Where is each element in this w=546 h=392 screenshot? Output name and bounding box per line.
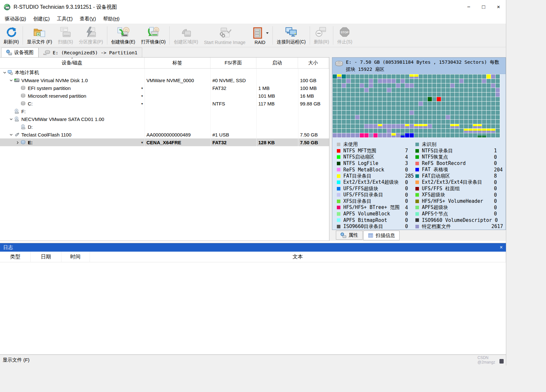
legend-label: UFS/FFS 柱面组 [422, 186, 460, 192]
legend-label: APFS VolumeBlock [343, 211, 390, 217]
menu-c[interactable]: 创建(C) [30, 15, 53, 23]
map-block [387, 129, 391, 133]
row-dropdown-icon[interactable]: ▾ [141, 102, 143, 105]
chevron-down-icon[interactable] [2, 71, 7, 74]
view-tab-2[interactable]: Rec.E: (Recognized5) -> Partition1 [38, 48, 142, 57]
log-column-3[interactable]: 时间 [61, 252, 90, 262]
device-row[interactable]: VMware Virtual NVMe Disk 1.0VMWare NVME_… [0, 76, 329, 84]
scan-icon [59, 27, 72, 38]
map-block [473, 74, 477, 79]
map-block [396, 97, 400, 101]
map-block [333, 106, 337, 110]
map-block [333, 124, 337, 128]
row-dropdown-icon[interactable]: ▾ [141, 141, 143, 144]
column-header-5[interactable]: 大小 [298, 58, 328, 68]
map-block [450, 93, 455, 97]
partition-search-button: 分区搜索(P) [76, 25, 106, 46]
map-block [337, 74, 341, 79]
device-row[interactable]: Teclast CoolFlash 1100AA00000000000489#1… [0, 131, 329, 138]
map-block [387, 102, 391, 106]
map-block [391, 129, 396, 133]
map-block [473, 106, 477, 110]
column-header-4[interactable]: 启动 [256, 58, 298, 68]
harddisk-icon [14, 78, 21, 83]
device-row[interactable]: Microsoft reserved partition▾101 MB16 MB [0, 92, 329, 100]
device-row[interactable]: E:▾CENA_X64FREFAT32128 KB7.50 GB [0, 138, 329, 146]
device-row[interactable]: D: [0, 123, 329, 131]
row-dropdown-icon[interactable]: ▾ [141, 86, 143, 90]
map-block [414, 88, 418, 92]
map-block [437, 106, 441, 110]
map-block [382, 83, 387, 88]
menu-t[interactable]: 工具(T) [53, 15, 76, 23]
legend-row: FAT目录条目285 [337, 173, 415, 180]
map-block [351, 124, 355, 128]
chevron-right-icon[interactable] [15, 141, 20, 144]
maximize-button[interactable]: □ [476, 0, 491, 14]
row-dropdown-icon[interactable]: ▾ [141, 94, 143, 98]
volume-icon [20, 140, 27, 145]
map-block [333, 102, 337, 106]
raid-button[interactable]: RAID [248, 25, 272, 46]
map-block [369, 115, 373, 119]
svg-text:Rec.: Rec. [43, 53, 47, 55]
menu-h[interactable]: 帮助(H) [100, 15, 123, 23]
block-map[interactable] [332, 74, 500, 138]
map-block [360, 97, 364, 101]
map-block [378, 106, 382, 110]
log-column-1[interactable]: 类型 [0, 252, 31, 262]
open-image-button[interactable]: 打开镜像(O) [138, 25, 168, 46]
view-tab-1[interactable]: i设备视图 [1, 48, 38, 57]
map-block [414, 79, 418, 83]
panel-tab-2[interactable]: 扫描信息 [363, 231, 400, 240]
refresh-button[interactable]: 刷新(R) [1, 25, 22, 46]
close-button[interactable]: × [491, 0, 506, 14]
device-row[interactable]: 本地计算机 [0, 69, 329, 76]
map-block [437, 97, 441, 101]
map-block [446, 79, 450, 83]
map-block [351, 74, 355, 79]
device-row[interactable]: C:▾NTFS117 MB99.88 GB [0, 100, 329, 107]
log-column-4[interactable]: 文本 [90, 252, 506, 262]
cell-boot [256, 69, 298, 76]
map-block [391, 102, 396, 106]
cell-fs [210, 115, 256, 123]
map-block [496, 115, 500, 119]
device-row[interactable]: NECVMWar VMware SATA CD01 1.00 [0, 115, 329, 123]
map-block [360, 133, 364, 137]
column-header-2[interactable]: 标签 [145, 58, 210, 68]
panel-tab-1[interactable]: i属性 [336, 231, 363, 240]
runtime-image-icon [218, 27, 231, 39]
window-controls: − □ × [461, 0, 506, 14]
map-block [351, 115, 355, 119]
map-block [437, 93, 441, 97]
column-header-3[interactable]: FS/界面 [210, 58, 256, 68]
map-block [391, 106, 396, 110]
chevron-down-icon[interactable] [8, 79, 14, 82]
map-block [464, 115, 468, 119]
legend-label: Ext2/Ext3/Ext4目录条目 [422, 179, 482, 185]
map-block [432, 74, 436, 79]
connect-remote-button[interactable]: 连接到远程(C) [274, 25, 308, 46]
column-header-1[interactable]: ^设备/磁盘 [0, 58, 145, 68]
chevron-down-icon[interactable] [8, 133, 14, 136]
map-block [459, 133, 464, 137]
panel-splitter[interactable] [329, 57, 332, 241]
legend-row: FAT启动扇区8 [415, 173, 504, 180]
map-block [333, 93, 337, 97]
map-block [437, 124, 441, 128]
minimize-button[interactable]: − [461, 0, 476, 14]
dropdown-arrow-icon[interactable] [266, 32, 269, 34]
device-row[interactable]: EFI system partition▾FAT321 MB100 MB [0, 84, 329, 92]
menu-d[interactable]: 驱动器(D) [1, 15, 30, 23]
device-row[interactable]: F: [0, 107, 329, 115]
legend-count: 0 [494, 192, 504, 198]
map-block [432, 120, 436, 124]
show-files-button[interactable]: 显示文件 (F) [24, 25, 55, 46]
legend-row: APFS超级块0 [415, 204, 504, 211]
log-close-icon[interactable]: × [500, 245, 503, 250]
menu-v[interactable]: 查看(V) [76, 15, 100, 23]
create-image-button[interactable]: 创建镜像(E) [108, 25, 138, 46]
chevron-down-icon[interactable] [8, 117, 14, 121]
log-column-2[interactable]: 日期 [31, 252, 61, 262]
